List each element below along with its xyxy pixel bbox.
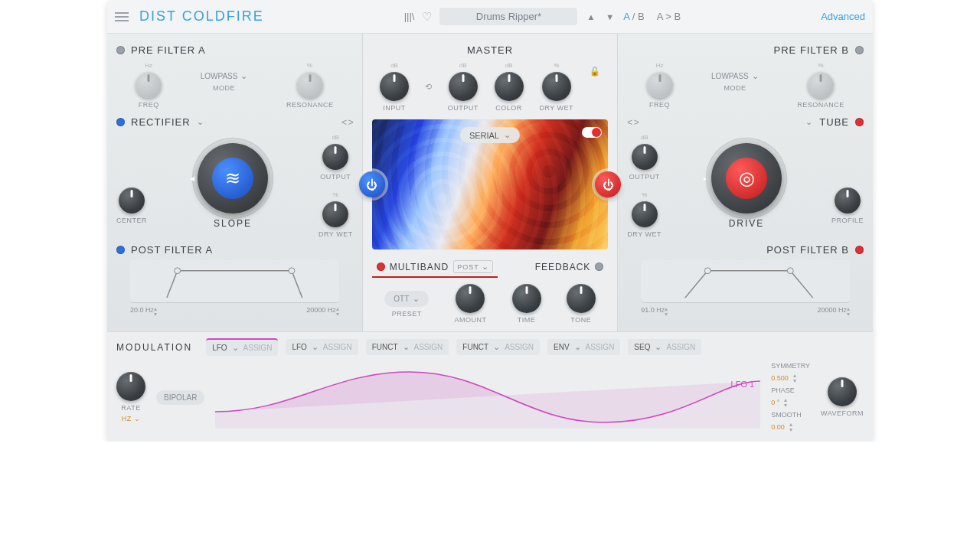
library-icon[interactable]: |||\ bbox=[404, 11, 415, 22]
chevron-down-icon: ⌄ bbox=[240, 71, 247, 81]
master-color-knob[interactable] bbox=[495, 72, 524, 101]
prefilter-b-enable-dot[interactable] bbox=[855, 46, 864, 54]
master-drywet-knob[interactable] bbox=[542, 72, 571, 101]
chevron-down-icon: ⌄ bbox=[752, 71, 759, 81]
link-icon[interactable]: ⟲ bbox=[425, 82, 432, 92]
stepper-icon[interactable]: ▴▾ bbox=[847, 306, 850, 317]
mod-slot-5[interactable]: ENV⌄ASSIGN bbox=[547, 339, 620, 355]
mod-slot-6[interactable]: SEQ⌄ASSIGN bbox=[628, 339, 701, 355]
plugin-title: DIST COLDFIRE bbox=[139, 8, 264, 24]
dist-b-enable-dot[interactable] bbox=[855, 118, 864, 126]
tube-icon: ◎ bbox=[739, 168, 755, 189]
mod-slot-2[interactable]: LFO⌄ASSIGN bbox=[286, 339, 358, 355]
lfo-display[interactable]: LFO 1 bbox=[215, 366, 760, 429]
postfilter-b-enable-dot[interactable] bbox=[855, 246, 864, 254]
right-column: PRE FILTER B HzFREQ LOWPASS⌄MODE %RESONA… bbox=[618, 34, 873, 331]
dist-b-output-knob[interactable] bbox=[632, 144, 658, 170]
dist-a-pager[interactable]: < > bbox=[341, 117, 352, 128]
stepper-icon[interactable]: ▴▾ bbox=[789, 422, 792, 432]
stepper-icon[interactable]: ▴▾ bbox=[336, 306, 339, 317]
postfilter-b-curve[interactable] bbox=[641, 260, 850, 303]
prefilter-a-enable-dot[interactable] bbox=[116, 46, 125, 54]
dist-b-power-button[interactable]: ⏻ bbox=[595, 171, 621, 197]
dist-a-type-chevron-icon[interactable]: ⌄ bbox=[197, 117, 204, 127]
dist-a-header: RECTIFIER ⌄ < > bbox=[116, 116, 353, 128]
postfilter-b-header[interactable]: POST FILTER B bbox=[627, 244, 864, 256]
multiband-amount-knob[interactable] bbox=[456, 284, 485, 313]
mod-rate-knob[interactable] bbox=[116, 372, 145, 401]
postfilter-a-curve[interactable] bbox=[130, 260, 339, 303]
multiband-post-select[interactable]: POST⌄ bbox=[453, 260, 493, 273]
mod-params: SYMMETRY0.500▴▾ PHASE0 °▴▾ SMOOTH0.00▴▾ bbox=[771, 362, 810, 432]
header-bar: DIST COLDFIRE |||\ ♡ Drums Ripper* ▲ ▼ A… bbox=[107, 0, 873, 34]
mod-slot-4[interactable]: FUNCT⌄ASSIGN bbox=[456, 339, 540, 355]
center-column: MASTER dBINPUT ⟲ dBOUTPUT dBCOLOR %DRY W… bbox=[362, 34, 619, 331]
dist-a-power-button[interactable]: ⏻ bbox=[359, 171, 385, 197]
menu-icon[interactable] bbox=[115, 12, 129, 21]
mod-rate-unit[interactable]: HZ ⌄ bbox=[122, 415, 141, 422]
prefilter-a-freq-knob[interactable] bbox=[136, 72, 162, 98]
favorite-icon[interactable]: ♡ bbox=[422, 10, 432, 24]
dist-b-header: < > ⌄ TUBE bbox=[627, 116, 864, 128]
dist-a-center-knob[interactable] bbox=[119, 187, 145, 214]
dist-a-output-knob[interactable] bbox=[322, 144, 348, 170]
master-input-knob[interactable] bbox=[380, 72, 409, 101]
svg-point-1 bbox=[289, 268, 295, 274]
preset-prev-icon[interactable]: ▲ bbox=[585, 12, 596, 21]
coil-icon: ≋ bbox=[225, 168, 240, 189]
multiband-tone-knob[interactable] bbox=[567, 284, 596, 313]
prefilter-b-header[interactable]: PRE FILTER B bbox=[627, 44, 864, 56]
stepper-icon[interactable]: ▴▾ bbox=[784, 397, 787, 408]
multiband-enable-dot[interactable] bbox=[377, 262, 385, 271]
dist-a-enable-dot[interactable] bbox=[116, 118, 125, 126]
visualizer-toggle[interactable] bbox=[582, 127, 602, 138]
prefilter-a-mode-select[interactable]: LOWPASS⌄ bbox=[201, 71, 248, 81]
prefilter-a-header[interactable]: PRE FILTER A bbox=[116, 44, 353, 56]
preset-name[interactable]: Drums Ripper* bbox=[439, 8, 577, 25]
stepper-icon[interactable]: ▴▾ bbox=[793, 373, 796, 383]
svg-point-2 bbox=[705, 268, 711, 274]
postfilter-a-header[interactable]: POST FILTER A bbox=[116, 244, 353, 256]
bipolar-button[interactable]: BIPOLAR bbox=[156, 390, 204, 405]
dist-b-pager[interactable]: < > bbox=[627, 117, 638, 128]
feedback-enable-dot[interactable] bbox=[595, 262, 603, 271]
lock-icon[interactable]: 🔓 bbox=[590, 67, 600, 77]
multiband-time-knob[interactable] bbox=[512, 284, 541, 313]
dist-a-drywet-knob[interactable] bbox=[322, 201, 348, 227]
master-header: MASTER bbox=[372, 44, 609, 56]
postfilter-a-enable-dot[interactable] bbox=[116, 246, 125, 254]
modulation-title: MODULATION bbox=[116, 342, 192, 353]
ab-selector[interactable]: A / B bbox=[623, 11, 644, 22]
lfo-name-label: LFO 1 bbox=[731, 380, 755, 389]
mod-waveform-knob[interactable] bbox=[828, 377, 857, 406]
mod-slot-1[interactable]: LFO⌄ASSIGN bbox=[206, 338, 278, 356]
routing-select[interactable]: SERIAL⌄ bbox=[460, 127, 520, 143]
dist-b-drywet-knob[interactable] bbox=[632, 201, 658, 227]
preset-next-icon[interactable]: ▼ bbox=[604, 12, 616, 21]
phase-value[interactable]: 0 ° bbox=[771, 399, 779, 406]
chevron-down-icon: ⌄ bbox=[504, 130, 511, 140]
svg-point-3 bbox=[788, 268, 794, 274]
smooth-value[interactable]: 0.00 bbox=[771, 423, 785, 431]
modulation-panel: MODULATION LFO⌄ASSIGN LFO⌄ASSIGN FUNCT⌄A… bbox=[107, 331, 873, 442]
multiband-preset-select[interactable]: OTT⌄ bbox=[384, 291, 429, 307]
main-panel: PRE FILTER A HzFREQ LOWPASS⌄MODE %RESONA… bbox=[107, 34, 873, 331]
prefilter-a-res-knob[interactable] bbox=[297, 72, 323, 98]
dist-b-type-chevron-icon[interactable]: ⌄ bbox=[805, 117, 813, 127]
svg-point-0 bbox=[175, 268, 181, 274]
feedback-tab[interactable]: FEEDBACK bbox=[501, 259, 609, 277]
app-window: DIST COLDFIRE |||\ ♡ Drums Ripper* ▲ ▼ A… bbox=[107, 0, 873, 442]
symmetry-value[interactable]: 0.500 bbox=[771, 374, 789, 382]
dist-b-profile-knob[interactable] bbox=[835, 187, 861, 214]
prefilter-b-freq-knob[interactable] bbox=[647, 72, 673, 98]
mod-slot-3[interactable]: FUNCT⌄ASSIGN bbox=[366, 339, 449, 355]
dist-b-drive-knob[interactable]: ▸◎ bbox=[711, 143, 782, 214]
prefilter-b-mode-select[interactable]: LOWPASS⌄ bbox=[711, 71, 759, 81]
master-output-knob[interactable] bbox=[449, 72, 478, 101]
prefilter-b-res-knob[interactable] bbox=[808, 72, 834, 98]
left-column: PRE FILTER A HzFREQ LOWPASS⌄MODE %RESONA… bbox=[107, 34, 362, 331]
advanced-button[interactable]: Advanced bbox=[821, 11, 865, 22]
multiband-tab[interactable]: MULTIBANDPOST⌄ bbox=[372, 257, 498, 278]
dist-a-slope-knob[interactable]: ◀≋ bbox=[198, 143, 268, 214]
ab-copy-button[interactable]: A > B bbox=[657, 11, 681, 22]
